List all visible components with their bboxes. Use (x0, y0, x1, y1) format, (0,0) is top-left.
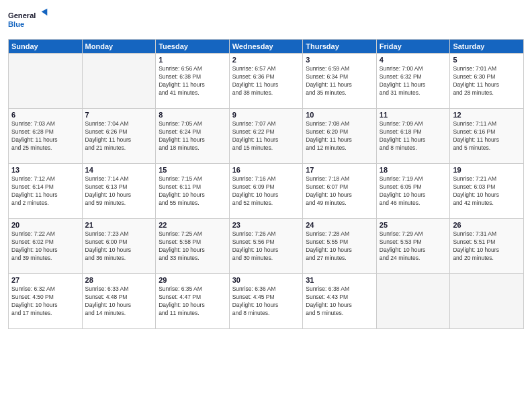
calendar-cell: 23Sunrise: 7:26 AM Sunset: 5:56 PM Dayli… (229, 219, 303, 274)
day-info: Sunrise: 7:14 AM Sunset: 6:13 PM Dayligh… (85, 175, 153, 208)
calendar-cell: 24Sunrise: 7:28 AM Sunset: 5:55 PM Dayli… (303, 219, 377, 274)
header-day: Saturday (450, 40, 524, 54)
calendar-cell: 7Sunrise: 7:04 AM Sunset: 6:26 PM Daylig… (82, 109, 156, 164)
calendar-cell: 11Sunrise: 7:09 AM Sunset: 6:18 PM Dayli… (376, 109, 450, 164)
calendar-cell: 8Sunrise: 7:05 AM Sunset: 6:24 PM Daylig… (156, 109, 230, 164)
logo: General Blue (8, 7, 48, 34)
day-info: Sunrise: 7:23 AM Sunset: 6:00 PM Dayligh… (85, 230, 153, 263)
svg-text:General: General (8, 11, 36, 19)
day-number: 4 (380, 56, 447, 64)
day-info: Sunrise: 7:26 AM Sunset: 5:56 PM Dayligh… (232, 230, 300, 263)
calendar-cell: 3Sunrise: 6:59 AM Sunset: 6:34 PM Daylig… (303, 54, 377, 109)
day-number: 11 (380, 111, 447, 119)
day-number: 10 (306, 111, 373, 119)
calendar-cell: 25Sunrise: 7:29 AM Sunset: 5:53 PM Dayli… (376, 219, 450, 274)
day-info: Sunrise: 6:32 AM Sunset: 4:50 PM Dayligh… (11, 285, 79, 318)
calendar-table: SundayMondayTuesdayWednesdayThursdayFrid… (8, 39, 524, 329)
calendar-cell (450, 274, 524, 329)
day-number: 21 (85, 221, 153, 229)
day-info: Sunrise: 7:21 AM Sunset: 6:03 PM Dayligh… (453, 175, 521, 208)
logo-svg: General Blue (8, 7, 48, 34)
day-number: 2 (232, 56, 300, 64)
day-info: Sunrise: 7:28 AM Sunset: 5:55 PM Dayligh… (306, 230, 373, 263)
day-info: Sunrise: 6:59 AM Sunset: 6:34 PM Dayligh… (306, 65, 373, 97)
svg-text:Blue: Blue (8, 20, 24, 28)
calendar-cell: 29Sunrise: 6:35 AM Sunset: 4:47 PM Dayli… (156, 274, 230, 329)
day-info: Sunrise: 7:11 AM Sunset: 6:16 PM Dayligh… (453, 120, 521, 152)
day-number: 18 (380, 166, 447, 174)
header-day: Sunday (9, 40, 83, 54)
day-info: Sunrise: 7:18 AM Sunset: 6:07 PM Dayligh… (306, 175, 373, 208)
day-number: 22 (159, 221, 226, 229)
day-number: 8 (159, 111, 226, 119)
calendar-cell: 6Sunrise: 7:03 AM Sunset: 6:28 PM Daylig… (9, 109, 83, 164)
day-info: Sunrise: 7:31 AM Sunset: 5:51 PM Dayligh… (453, 230, 521, 263)
calendar-cell (376, 274, 450, 329)
day-number: 6 (11, 111, 79, 119)
calendar-cell: 1Sunrise: 6:56 AM Sunset: 6:38 PM Daylig… (156, 54, 230, 109)
day-info: Sunrise: 6:56 AM Sunset: 6:38 PM Dayligh… (159, 65, 226, 97)
header-day: Thursday (303, 40, 377, 54)
calendar-week-row: 1Sunrise: 6:56 AM Sunset: 6:38 PM Daylig… (9, 54, 524, 109)
day-info: Sunrise: 7:16 AM Sunset: 6:09 PM Dayligh… (232, 175, 300, 208)
calendar-week-row: 20Sunrise: 7:22 AM Sunset: 6:02 PM Dayli… (9, 219, 524, 274)
calendar-cell: 5Sunrise: 7:01 AM Sunset: 6:30 PM Daylig… (450, 54, 524, 109)
day-number: 15 (159, 166, 226, 174)
day-info: Sunrise: 7:19 AM Sunset: 6:05 PM Dayligh… (380, 175, 447, 208)
calendar-cell: 2Sunrise: 6:57 AM Sunset: 6:36 PM Daylig… (229, 54, 303, 109)
calendar-cell: 13Sunrise: 7:12 AM Sunset: 6:14 PM Dayli… (9, 164, 83, 219)
day-number: 12 (453, 111, 521, 119)
day-info: Sunrise: 7:09 AM Sunset: 6:18 PM Dayligh… (380, 120, 447, 152)
calendar-cell: 22Sunrise: 7:25 AM Sunset: 5:58 PM Dayli… (156, 219, 230, 274)
calendar-cell: 31Sunrise: 6:38 AM Sunset: 4:43 PM Dayli… (303, 274, 377, 329)
day-number: 13 (11, 166, 79, 174)
calendar-cell: 17Sunrise: 7:18 AM Sunset: 6:07 PM Dayli… (303, 164, 377, 219)
day-info: Sunrise: 6:57 AM Sunset: 6:36 PM Dayligh… (232, 65, 300, 97)
day-info: Sunrise: 7:12 AM Sunset: 6:14 PM Dayligh… (11, 175, 79, 208)
calendar-cell: 28Sunrise: 6:33 AM Sunset: 4:48 PM Dayli… (82, 274, 156, 329)
day-number: 14 (85, 166, 153, 174)
day-info: Sunrise: 7:03 AM Sunset: 6:28 PM Dayligh… (11, 120, 79, 152)
header-day: Wednesday (229, 40, 303, 54)
header-row: SundayMondayTuesdayWednesdayThursdayFrid… (9, 40, 524, 54)
header: General Blue (8, 7, 524, 34)
calendar-cell: 15Sunrise: 7:15 AM Sunset: 6:11 PM Dayli… (156, 164, 230, 219)
day-info: Sunrise: 7:00 AM Sunset: 6:32 PM Dayligh… (380, 65, 447, 97)
day-info: Sunrise: 7:22 AM Sunset: 6:02 PM Dayligh… (11, 230, 79, 263)
calendar-cell: 14Sunrise: 7:14 AM Sunset: 6:13 PM Dayli… (82, 164, 156, 219)
day-info: Sunrise: 7:29 AM Sunset: 5:53 PM Dayligh… (380, 230, 447, 263)
day-number: 28 (85, 276, 153, 284)
day-number: 5 (453, 56, 521, 64)
calendar-week-row: 6Sunrise: 7:03 AM Sunset: 6:28 PM Daylig… (9, 109, 524, 164)
header-day: Monday (82, 40, 156, 54)
calendar-cell: 21Sunrise: 7:23 AM Sunset: 6:00 PM Dayli… (82, 219, 156, 274)
calendar-cell: 9Sunrise: 7:07 AM Sunset: 6:22 PM Daylig… (229, 109, 303, 164)
calendar-cell: 18Sunrise: 7:19 AM Sunset: 6:05 PM Dayli… (376, 164, 450, 219)
calendar-cell: 27Sunrise: 6:32 AM Sunset: 4:50 PM Dayli… (9, 274, 83, 329)
day-number: 31 (306, 276, 373, 284)
day-number: 24 (306, 221, 373, 229)
day-number: 20 (11, 221, 79, 229)
day-info: Sunrise: 6:33 AM Sunset: 4:48 PM Dayligh… (85, 285, 153, 318)
header-day: Tuesday (156, 40, 230, 54)
day-info: Sunrise: 7:07 AM Sunset: 6:22 PM Dayligh… (232, 120, 300, 152)
day-number: 26 (453, 221, 521, 229)
day-number: 27 (11, 276, 79, 284)
day-number: 23 (232, 221, 300, 229)
day-number: 9 (232, 111, 300, 119)
calendar-cell: 19Sunrise: 7:21 AM Sunset: 6:03 PM Dayli… (450, 164, 524, 219)
day-number: 16 (232, 166, 300, 174)
day-info: Sunrise: 6:36 AM Sunset: 4:45 PM Dayligh… (232, 285, 300, 318)
calendar-cell: 12Sunrise: 7:11 AM Sunset: 6:16 PM Dayli… (450, 109, 524, 164)
header-day: Friday (376, 40, 450, 54)
calendar-week-row: 27Sunrise: 6:32 AM Sunset: 4:50 PM Dayli… (9, 274, 524, 329)
day-number: 1 (159, 56, 226, 64)
calendar-cell: 30Sunrise: 6:36 AM Sunset: 4:45 PM Dayli… (229, 274, 303, 329)
calendar-cell: 4Sunrise: 7:00 AM Sunset: 6:32 PM Daylig… (376, 54, 450, 109)
day-info: Sunrise: 6:35 AM Sunset: 4:47 PM Dayligh… (159, 285, 226, 318)
calendar-cell: 16Sunrise: 7:16 AM Sunset: 6:09 PM Dayli… (229, 164, 303, 219)
day-info: Sunrise: 6:38 AM Sunset: 4:43 PM Dayligh… (306, 285, 373, 318)
day-info: Sunrise: 7:01 AM Sunset: 6:30 PM Dayligh… (453, 65, 521, 97)
day-number: 7 (85, 111, 153, 119)
calendar-cell (9, 54, 83, 109)
